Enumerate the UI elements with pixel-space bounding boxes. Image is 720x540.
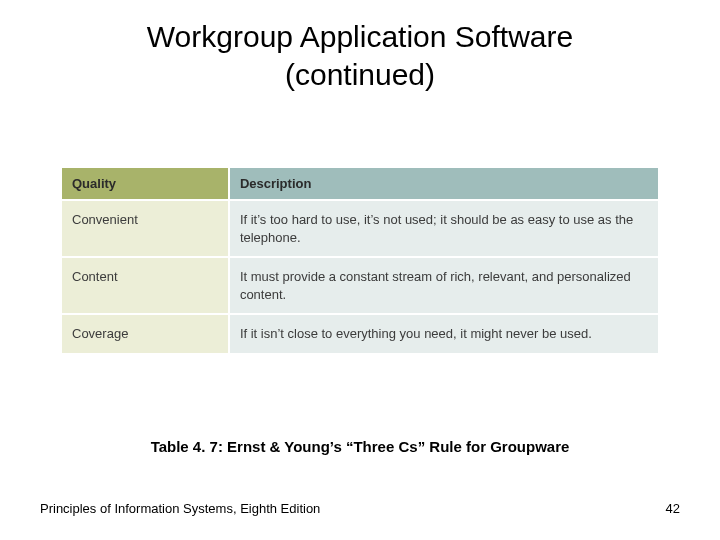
cell-quality: Convenient xyxy=(62,200,229,257)
col-header-quality: Quality xyxy=(62,168,229,200)
cell-description: If it isn’t close to everything you need… xyxy=(229,314,658,353)
table-row: Convenient If it’s too hard to use, it’s… xyxy=(62,200,658,257)
table-header-row: Quality Description xyxy=(62,168,658,200)
cell-quality: Content xyxy=(62,257,229,314)
cell-description: It must provide a constant stream of ric… xyxy=(229,257,658,314)
cell-description: If it’s too hard to use, it’s not used; … xyxy=(229,200,658,257)
page-number: 42 xyxy=(666,501,680,516)
title-line-2: (continued) xyxy=(285,58,435,91)
table-row: Content It must provide a constant strea… xyxy=(62,257,658,314)
three-cs-table: Quality Description Convenient If it’s t… xyxy=(62,168,658,353)
col-header-description: Description xyxy=(229,168,658,200)
slide-title: Workgroup Application Software (continue… xyxy=(0,0,720,93)
cell-quality: Coverage xyxy=(62,314,229,353)
footer-text: Principles of Information Systems, Eight… xyxy=(40,501,320,516)
three-cs-table-wrap: Quality Description Convenient If it’s t… xyxy=(62,168,658,353)
table-caption: Table 4. 7: Ernst & Young’s “Three Cs” R… xyxy=(0,438,720,455)
title-line-1: Workgroup Application Software xyxy=(147,20,573,53)
slide: Workgroup Application Software (continue… xyxy=(0,0,720,540)
table-row: Coverage If it isn’t close to everything… xyxy=(62,314,658,353)
